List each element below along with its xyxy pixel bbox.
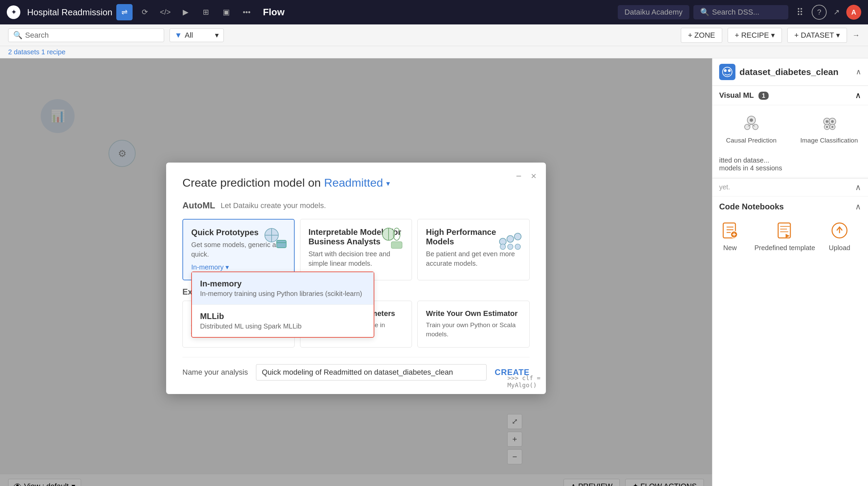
svg-point-27 xyxy=(831,120,834,123)
model-cards-grid: Quick Prototypes Get some models, generi… xyxy=(182,219,530,280)
help-icon-btn[interactable]: ? xyxy=(812,5,827,20)
filter-label: All xyxy=(185,31,193,40)
own-estimator-title: Write Your Own Estimator xyxy=(426,309,521,318)
mllib-option[interactable]: MLLib Distributed ML using Spark MLLib xyxy=(192,305,374,337)
upload-label: Upload xyxy=(829,244,850,252)
predefined-label: Predefined template xyxy=(754,244,815,252)
code-notebooks-items: New Predefined template xyxy=(719,214,861,257)
flow-canvas[interactable]: 📊 ⚙ − × Create prediction model on Readm… xyxy=(0,58,712,486)
toolbar: 🔍 Search ▼ All ▾ + ZONE + RECIPE ▾ + DAT… xyxy=(0,24,868,46)
run-icon-btn[interactable]: ▶ xyxy=(177,4,194,20)
automl-header: AutoML Let Dataiku create your models. xyxy=(182,200,530,211)
share-icon-btn[interactable]: ⇌ xyxy=(116,4,133,20)
visual-ml-section-header[interactable]: Visual ML 1 ∧ xyxy=(712,86,868,105)
upload-notebook-item[interactable]: Upload xyxy=(829,220,850,252)
in-memory-dropdown-trigger[interactable]: In-memory ▾ In-memory In-memory training… xyxy=(191,259,286,272)
recipe-chevron: ▾ xyxy=(771,31,775,40)
top-nav: ✦ Hospital Readmission ⇌ ⟳ </> ▶ ⊞ ▣ •••… xyxy=(0,0,868,24)
transform-icon-btn[interactable]: ⟳ xyxy=(137,4,153,20)
analysis-name-input[interactable] xyxy=(256,364,487,380)
search-placeholder: Search xyxy=(25,31,49,40)
in-memory-tag[interactable]: In-memory ▾ xyxy=(191,263,229,271)
modal-close-button[interactable]: × xyxy=(531,171,536,182)
modal-footer: Name your analysis CREATE xyxy=(182,357,530,380)
table-icon-btn[interactable]: ⊞ xyxy=(198,4,214,20)
svg-point-13 xyxy=(508,244,513,249)
readmitted-link[interactable]: Readmitted xyxy=(324,176,383,189)
in-memory-option-title: In-memory xyxy=(200,279,366,288)
breadcrumb-datasets[interactable]: 2 datasets xyxy=(8,48,39,56)
visual-ml-section: Visual ML 1 ∧ xyxy=(712,86,868,177)
interpretable-icon xyxy=(379,225,406,254)
causal-prediction-label: Causal Prediction xyxy=(726,136,776,145)
svg-rect-3 xyxy=(277,240,286,248)
svg-point-30 xyxy=(826,126,828,128)
own-estimator-card[interactable]: Write Your Own Estimator Train your own … xyxy=(417,301,530,347)
search-icon: 🔍 xyxy=(13,31,22,40)
predefined-notebook-item[interactable]: Predefined template xyxy=(754,220,815,252)
dataset-button[interactable]: + DATASET ▾ xyxy=(787,28,847,43)
quick-prototypes-card[interactable]: Quick Prototypes Get some models, generi… xyxy=(182,219,295,280)
dataset-panel-title: dataset_diabetes_clean xyxy=(739,67,839,77)
predefined-notebook-icon xyxy=(774,220,796,241)
quick-prototype-icon xyxy=(261,225,289,254)
svg-point-14 xyxy=(515,244,520,249)
main-area: 📊 ⚙ − × Create prediction model on Readm… xyxy=(0,58,868,486)
panel-collapse-button[interactable]: ∧ xyxy=(856,68,861,76)
chevron-down-icon: ▾ xyxy=(215,31,219,40)
svg-point-11 xyxy=(514,233,521,240)
zone-button[interactable]: + ZONE xyxy=(681,28,722,43)
code-notebooks-collapse[interactable]: ∧ xyxy=(855,202,861,211)
upload-notebook-icon xyxy=(829,220,850,241)
right-panel: dataset_diabetes_clean ∧ Visual ML 1 ∧ xyxy=(712,58,868,486)
own-estimator-desc: Train your own Python or Scala models. xyxy=(426,321,521,339)
recipe-button[interactable]: + RECIPE ▾ xyxy=(728,28,782,43)
new-notebook-icon xyxy=(719,220,741,241)
interpretable-models-card[interactable]: Interpretable Models for Business Analys… xyxy=(300,219,412,280)
grid-icon-btn[interactable]: ⠿ xyxy=(792,7,808,18)
user-avatar[interactable]: A xyxy=(846,5,861,20)
filter-dropdown[interactable]: ▼ All ▾ xyxy=(170,29,224,42)
image-classification-label: Image Classification xyxy=(800,136,858,145)
modal-title: Create prediction model on Readmitted ▾ xyxy=(182,176,530,189)
high-performance-icon xyxy=(497,225,524,254)
recipe-label: + RECIPE xyxy=(735,31,769,40)
svg-point-12 xyxy=(500,244,506,249)
flow-search[interactable]: 🔍 Search xyxy=(8,29,164,42)
readmitted-info: itted on datase... models in 4 sessions xyxy=(712,152,868,177)
monitor-icon-btn[interactable]: ▣ xyxy=(218,4,234,20)
in-memory-dropdown: In-memory In-memory training using Pytho… xyxy=(191,272,374,338)
svg-point-21 xyxy=(753,124,758,130)
image-classification-icon xyxy=(818,112,840,134)
more-icon-btn[interactable]: ••• xyxy=(238,4,255,20)
dataset-chevron: ▾ xyxy=(836,31,840,40)
causal-prediction-item[interactable]: Causal Prediction xyxy=(712,105,790,152)
academy-btn[interactable]: Dataiku Academy xyxy=(618,5,689,19)
high-performance-card[interactable]: High Performance Models Be patient and g… xyxy=(417,219,530,280)
search-icon: 🔍 xyxy=(700,8,709,17)
external-link-icon[interactable]: ↗ xyxy=(831,8,842,17)
svg-point-10 xyxy=(507,236,514,242)
in-memory-option-desc: In-memory training using Python librarie… xyxy=(200,290,366,298)
mllib-option-desc: Distributed ML using Spark MLLib xyxy=(200,322,366,330)
mllib-option-title: MLLib xyxy=(200,312,366,321)
in-memory-option[interactable]: In-memory In-memory training using Pytho… xyxy=(192,272,374,304)
code-notebooks-title: Code Notebooks xyxy=(719,202,784,211)
filter-icon: ▼ xyxy=(175,31,182,40)
image-classification-item[interactable]: Image Classification xyxy=(790,105,868,152)
breadcrumb-recipe[interactable]: 1 recipe xyxy=(41,48,65,56)
modal-minimize-button[interactable]: − xyxy=(516,171,521,182)
global-search[interactable]: 🔍 Search DSS... xyxy=(693,5,788,19)
new-notebook-label: New xyxy=(723,244,737,252)
right-arrow-icon: → xyxy=(852,31,860,40)
modal-title-prefix: Create prediction model on xyxy=(182,176,321,189)
automl-title: AutoML xyxy=(182,200,215,211)
right-panel-header: dataset_diabetes_clean ∧ xyxy=(712,58,868,86)
extra-section-collapse: ∧ xyxy=(855,183,861,192)
breadcrumb: 2 datasets 1 recipe xyxy=(0,46,868,58)
create-prediction-modal: − × Create prediction model on Readmitte… xyxy=(166,163,546,394)
code-icon-btn[interactable]: </> xyxy=(157,4,173,20)
svg-point-16 xyxy=(724,69,727,72)
new-notebook-item[interactable]: New xyxy=(719,220,741,252)
extra-section-header[interactable]: yet. ∧ xyxy=(712,179,868,197)
